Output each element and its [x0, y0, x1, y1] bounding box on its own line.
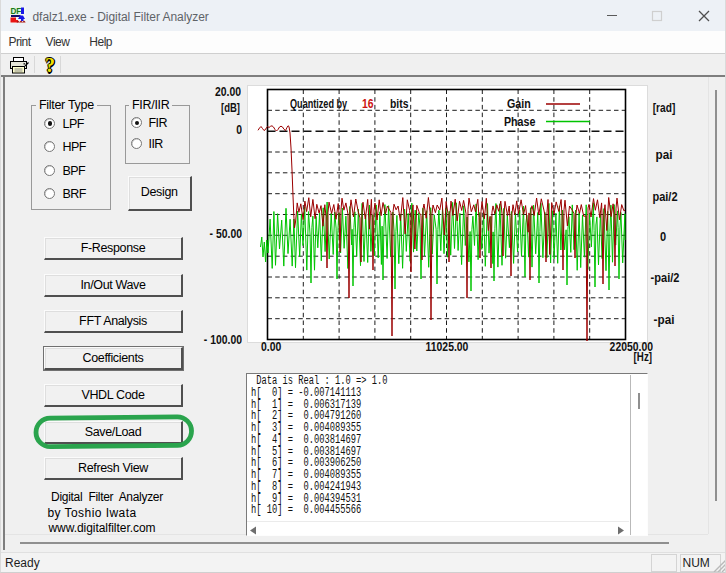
svg-text:DF: DF	[10, 7, 21, 16]
